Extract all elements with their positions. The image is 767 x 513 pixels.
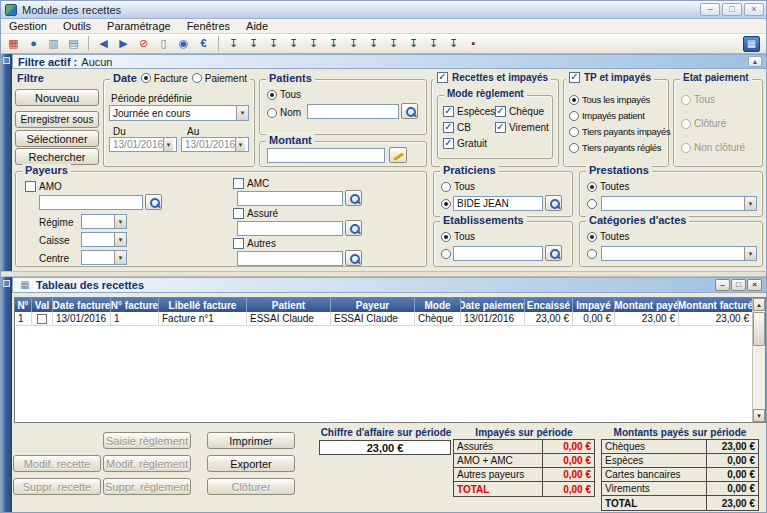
printer-icon[interactable]: ▥ (45, 36, 62, 52)
stop-icon[interactable]: ▪ (465, 36, 482, 52)
cheque-checkbox[interactable]: Chèque (495, 106, 544, 117)
etablissement-field[interactable] (453, 246, 543, 261)
close-icon[interactable]: × (744, 3, 764, 16)
autres-checkbox[interactable]: Autres (233, 238, 276, 249)
col-encaisse[interactable]: Encaissé (525, 298, 573, 312)
cards-icon[interactable]: ▤ (65, 36, 82, 52)
praticien-select-radio[interactable] (441, 199, 451, 209)
search-icon[interactable]: ◉ (175, 36, 192, 52)
impayes-patient-radio[interactable]: Impayés patient (569, 110, 645, 121)
insert-down-icon[interactable]: ↧ (245, 36, 262, 52)
tiers-payants-regles-radio[interactable]: Tiers payants réglés (569, 142, 661, 153)
praticien-field[interactable]: BIDE JEAN (453, 196, 543, 211)
col-num-facture[interactable]: N° facture (111, 298, 159, 312)
tous-impayes-radio[interactable]: Tous les impayés (569, 94, 650, 105)
etat-tous-radio[interactable]: Tous (681, 94, 715, 105)
modif-recette-button[interactable]: Modif. recette (13, 455, 101, 472)
col-date-facture[interactable]: Date facture (53, 298, 111, 312)
collapse-filter-icon[interactable]: ▲ (748, 56, 762, 67)
regime-select[interactable]: ▼ (81, 214, 127, 229)
insert-down-icon[interactable]: ↧ (385, 36, 402, 52)
menu-parametrage[interactable]: Paramétrage (99, 19, 179, 34)
patients-nom-radio[interactable]: Nom (267, 107, 301, 118)
paiement-radio[interactable]: Paiement (192, 73, 247, 84)
minimize-icon[interactable]: – (700, 3, 720, 16)
assure-search-button[interactable] (345, 220, 362, 236)
section-minimize-icon[interactable]: – (715, 279, 730, 291)
selectionner-button[interactable]: Sélectionner (15, 130, 99, 147)
insert-down-icon[interactable]: ↧ (425, 36, 442, 52)
etablissements-tous-radio[interactable]: Tous (441, 231, 475, 242)
cloturer-button[interactable]: Clôturer (207, 478, 295, 495)
gratuit-checkbox[interactable]: Gratuit (443, 138, 487, 149)
scroll-down-icon[interactable]: ▼ (753, 409, 765, 422)
assure-field[interactable] (237, 221, 343, 236)
recettes-checkbox[interactable] (437, 72, 448, 83)
side-panel-icon[interactable]: ▦ (743, 36, 760, 52)
menu-fenetres[interactable]: Fenêtres (179, 19, 238, 34)
nouveau-button[interactable]: Nouveau (15, 89, 99, 106)
col-montant-paye[interactable]: Montant payé (615, 298, 679, 312)
etat-non-cloture-radio[interactable]: Non clôturé (681, 142, 745, 153)
col-numero[interactable]: N° (15, 298, 32, 312)
back-icon[interactable]: ◀ (95, 36, 112, 52)
insert-down-icon[interactable]: ↧ (305, 36, 322, 52)
section-close-icon[interactable]: × (747, 279, 762, 291)
section-restore-icon[interactable]: □ (731, 279, 746, 291)
insert-down-icon[interactable]: ↧ (225, 36, 242, 52)
enregistrer-sous-button[interactable]: Enregistrer sous (15, 111, 99, 128)
col-libelle[interactable]: Libellé facture (159, 298, 247, 312)
euro-icon[interactable]: € (195, 36, 212, 52)
insert-down-icon[interactable]: ↧ (445, 36, 462, 52)
prestations-toutes-radio[interactable]: Toutes (587, 181, 629, 192)
col-payeur[interactable]: Payeur (331, 298, 415, 312)
globe-icon[interactable]: ● (25, 36, 42, 52)
virement-checkbox[interactable]: Virement (495, 122, 549, 133)
scrollbar-thumb[interactable] (753, 312, 765, 346)
menu-outils[interactable]: Outils (55, 19, 99, 34)
maximize-icon[interactable]: □ (722, 3, 742, 16)
praticien-search-button[interactable] (545, 195, 562, 211)
montant-field[interactable] (267, 148, 385, 163)
insert-down-icon[interactable]: ↧ (365, 36, 382, 52)
document-icon[interactable]: ▯ (155, 36, 172, 52)
scroll-up-icon[interactable]: ▲ (753, 298, 765, 311)
cancel-icon[interactable]: ⊘ (135, 36, 152, 52)
col-val[interactable]: Val (32, 298, 53, 312)
modif-reglement-button[interactable]: Modif. règlement (103, 455, 191, 472)
saisie-reglement-button[interactable]: Saisie règlement (103, 432, 191, 449)
etablissement-search-button[interactable] (545, 245, 562, 261)
prestation-select-radio[interactable] (587, 199, 597, 209)
cb-checkbox[interactable]: CB (443, 122, 471, 133)
categories-toutes-radio[interactable]: Toutes (587, 231, 629, 242)
amo-search-button[interactable] (145, 194, 162, 210)
amc-checkbox[interactable]: AMC (233, 178, 269, 189)
periode-select[interactable]: Journée en cours▼ (109, 105, 249, 121)
insert-down-icon[interactable]: ↧ (325, 36, 342, 52)
val-checkbox[interactable] (37, 314, 47, 324)
assure-checkbox[interactable]: Assuré (233, 208, 278, 219)
col-date-paiement[interactable]: Date paiement (461, 298, 525, 312)
col-mode[interactable]: Mode (415, 298, 461, 312)
forward-icon[interactable]: ▶ (115, 36, 132, 52)
amo-field[interactable] (39, 195, 143, 210)
insert-down-icon[interactable]: ↧ (345, 36, 362, 52)
date-du-field[interactable]: 13/01/2016▼ (109, 137, 177, 152)
tp-checkbox[interactable] (569, 72, 580, 83)
insert-down-icon[interactable]: ↧ (405, 36, 422, 52)
insert-down-icon[interactable]: ↧ (285, 36, 302, 52)
menu-gestion[interactable]: Gestion (1, 19, 55, 34)
menu-aide[interactable]: Aide (238, 19, 276, 34)
suppr-reglement-button[interactable]: Suppr. règlement (103, 478, 191, 495)
col-patient[interactable]: Patient (247, 298, 331, 312)
autres-field[interactable] (237, 251, 343, 266)
date-au-field[interactable]: 13/01/2016▼ (181, 137, 249, 152)
insert-down-icon[interactable]: ↧ (265, 36, 282, 52)
imprimer-button[interactable]: Imprimer (207, 432, 295, 449)
amo-checkbox[interactable]: AMO (25, 181, 62, 192)
caisse-select[interactable]: ▼ (81, 232, 127, 247)
etat-cloture-radio[interactable]: Clôturé (681, 118, 726, 129)
patients-tous-radio[interactable]: Tous (267, 89, 301, 100)
especes-checkbox[interactable]: Espèces (443, 106, 495, 117)
praticiens-tous-radio[interactable]: Tous (441, 181, 475, 192)
